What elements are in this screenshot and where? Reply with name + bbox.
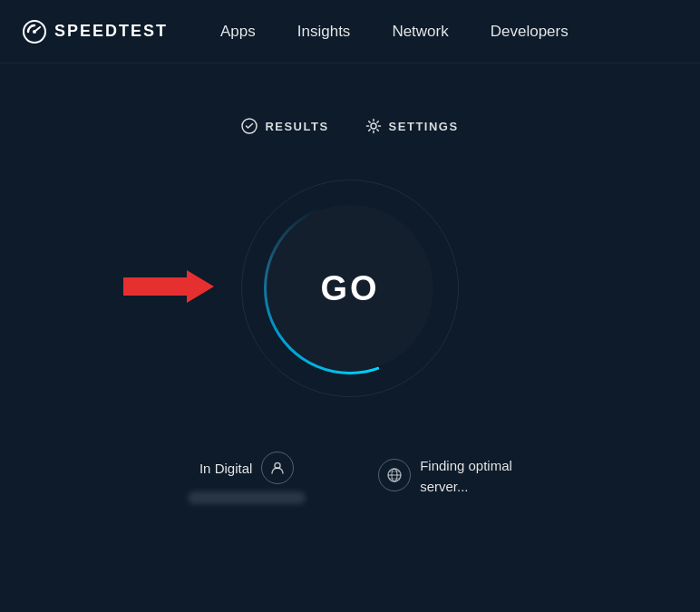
globe-icon	[386, 467, 403, 483]
checkmark-circle-icon	[241, 118, 258, 134]
header: SPEEDTEST Apps Insights Network Develope…	[0, 0, 700, 63]
inner-ring-fill: GO	[267, 205, 433, 372]
server-label: Finding optimalserver...	[420, 456, 512, 497]
server-info: Finding optimalserver...	[378, 452, 512, 497]
globe-icon-button[interactable]	[378, 459, 411, 491]
user-icon	[270, 461, 285, 475]
nav-apps[interactable]: Apps	[204, 15, 272, 48]
go-area: GO	[241, 180, 459, 397]
location-info: In Digital	[188, 452, 306, 504]
tab-results[interactable]: RESULTS	[241, 118, 328, 134]
tab-settings-label: SETTINGS	[389, 120, 459, 133]
go-button[interactable]: GO	[267, 205, 433, 372]
speedtest-logo-icon	[22, 19, 47, 44]
logo-text: SPEEDTEST	[54, 22, 168, 41]
location-label: In Digital	[199, 461, 252, 476]
tab-results-label: RESULTS	[265, 120, 328, 133]
speed-ring: GO	[264, 202, 436, 374]
location-sub-blurred	[188, 491, 306, 504]
location-row: In Digital	[199, 452, 294, 484]
arrow-icon	[123, 267, 214, 306]
outer-ring: GO	[241, 180, 459, 397]
tab-settings[interactable]: SETTINGS	[365, 118, 459, 134]
main-content: RESULTS SETTINGS GO	[0, 63, 700, 504]
svg-marker-5	[123, 270, 214, 303]
nav-network[interactable]: Network	[375, 15, 464, 48]
bottom-info: In Digital Findi	[170, 452, 530, 504]
nav-developers[interactable]: Developers	[474, 15, 585, 48]
logo[interactable]: SPEEDTEST	[22, 19, 168, 44]
tabs-bar: RESULTS SETTINGS	[241, 118, 458, 134]
nav-insights[interactable]: Insights	[281, 15, 367, 48]
main-nav: Apps Insights Network Developers	[204, 15, 585, 48]
arrow-indicator	[123, 267, 214, 310]
gear-icon	[365, 118, 382, 134]
user-icon-button[interactable]	[261, 452, 294, 484]
svg-point-4	[371, 123, 376, 129]
svg-point-2	[33, 30, 36, 34]
